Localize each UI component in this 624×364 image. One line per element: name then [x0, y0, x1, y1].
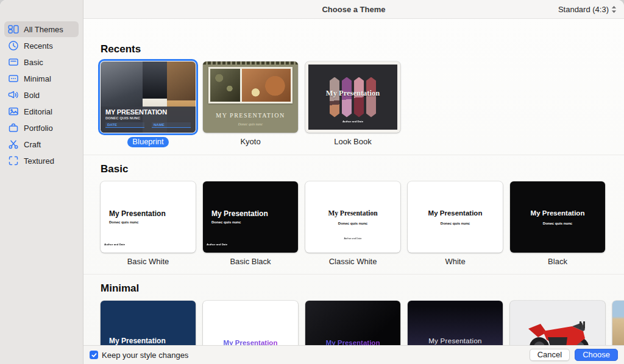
theme-thumbnail-basic-white[interactable]: My Presentation Donec quis nunc Author a… [101, 181, 196, 253]
sidebar-item-textured[interactable]: Textured [4, 153, 79, 169]
theme-thumbnail-motorcycle[interactable] [510, 301, 605, 345]
theme-thumbnail-classic-white[interactable]: My Presentation Donec quis nunc Author a… [305, 181, 400, 253]
theme-thumbnail-minimal-gradient-dark[interactable]: My Presentation Donec quis nunc [305, 301, 400, 345]
slide-subtitle: Donec quis nunc [211, 220, 241, 224]
sidebar-item-minimal[interactable]: Minimal [4, 71, 79, 86]
sidebar-item-basic[interactable]: Basic [4, 54, 79, 70]
motorcycle-image [516, 309, 599, 345]
slide-title: My Presentation [305, 339, 400, 345]
theme-name: Look Book [334, 137, 371, 147]
sidebar-item-craft[interactable]: Craft [4, 136, 79, 152]
basic-slide-icon [8, 57, 19, 68]
sidebar-item-label: Bold [24, 91, 40, 100]
slide-author: Author and Date [104, 243, 125, 247]
slide-author: Author and Date [328, 120, 377, 123]
theme-thumbnail-minimal-gradient-light[interactable]: My Presentation Donec quis nunc [203, 301, 298, 345]
theme-white: My Presentation Donec quis nunc White [408, 181, 503, 267]
slide-title: My Presentation [211, 209, 268, 218]
checkbox-checked[interactable] [90, 351, 98, 359]
sidebar-item-label: Textured [24, 156, 54, 166]
sidebar-item-bold[interactable]: Bold [4, 87, 79, 103]
slide-subtitle: Donec quis nunc [203, 122, 298, 126]
theme-kyoto: MY PRESENTATION Donec quis nunc Kyoto [203, 61, 298, 147]
theme-name-badge: Blueprint [127, 137, 168, 147]
sidebar-item-portfolio[interactable]: Portfolio [4, 120, 79, 136]
slide-name-field: NAME [152, 122, 191, 128]
theme-blueprint: MY PRESENTATION DONEC QUIS NUNC DATE NAM… [101, 61, 196, 147]
dialog-title: Choose a Theme [83, 0, 624, 19]
sidebar-item-label: Craft [24, 140, 41, 149]
theme-name: Basic Black [230, 257, 271, 267]
theme-thumbnail-black[interactable]: My Presentation Donec quis nunc [510, 181, 605, 253]
theme-category-sidebar: All Themes Recents Basic Minimal [0, 0, 83, 364]
sidebar-item-editorial[interactable]: Editorial [4, 103, 79, 119]
theme-name: Kyoto [240, 137, 260, 147]
theme-black: My Presentation Donec quis nunc Black [510, 181, 605, 267]
theme-thumbnail-minimal-purple[interactable]: My Presentation Donec quis nunc [408, 301, 503, 345]
minimal-row: My Presentation Donec quis nunc My Prese… [101, 301, 624, 345]
theme-name: Black [548, 257, 567, 267]
theme-minimal-photo [510, 301, 605, 345]
section-title-basic: Basic [101, 155, 624, 175]
slide-title: My Presentation [305, 209, 400, 217]
theme-thumbnail-blueprint[interactable]: MY PRESENTATION DONEC QUIS NUNC DATE NAM… [101, 61, 196, 133]
clock-icon [8, 40, 19, 51]
theme-classic-white: My Presentation Donec quis nunc Author a… [305, 181, 400, 267]
dialog-titlebar: Choose a Theme Standard (4:3) [83, 0, 624, 19]
sidebar-item-label: Basic [24, 58, 43, 67]
slide-date-field: DATE [105, 122, 144, 128]
theme-minimal-purple: My Presentation Donec quis nunc [408, 301, 503, 345]
sidebar-item-all-themes[interactable]: All Themes [4, 21, 79, 37]
theme-minimal-gradient-dark: My Presentation Donec quis nunc [305, 301, 400, 345]
section-title-recents: Recents [101, 19, 624, 55]
theme-minimal-navy: My Presentation Donec quis nunc [101, 301, 196, 345]
slide-author: Author and Date [329, 237, 377, 240]
basic-row: My Presentation Donec quis nunc Author a… [101, 181, 624, 267]
theme-name: Basic White [127, 257, 169, 267]
theme-thumbnail-white[interactable]: My Presentation Donec quis nunc [408, 181, 503, 253]
choose-button[interactable]: Choose [575, 349, 618, 361]
slide-subtitle: DONEC QUIS NUNC [105, 116, 191, 120]
theme-thumbnail-look-book[interactable]: My Presentation Author and Date [305, 61, 400, 133]
checkmark-icon [91, 352, 97, 358]
blueprint-text-panel: MY PRESENTATION DONEC QUIS NUNC DATE NAM… [101, 107, 196, 133]
theme-thumbnail-basic-black[interactable]: My Presentation Donec quis nunc Author a… [203, 181, 298, 253]
slide-title: MY PRESENTATION [203, 112, 298, 119]
aspect-ratio-value: Standard (4:3) [558, 5, 609, 14]
slide-title: MY PRESENTATION [105, 108, 191, 116]
kyoto-photo-strip [208, 67, 292, 103]
theme-thumbnail-minimal-navy[interactable]: My Presentation Donec quis nunc [101, 301, 196, 345]
aspect-ratio-selector[interactable]: Standard (4:3) [558, 0, 617, 19]
all-themes-icon [8, 24, 19, 35]
theme-thumbnail-kyoto[interactable]: MY PRESENTATION Donec quis nunc [203, 61, 298, 133]
frame-icon [8, 155, 19, 166]
slide-title: My Presentation [408, 337, 503, 345]
sidebar-item-label: Portfolio [24, 124, 53, 133]
minimal-slide-icon [8, 73, 19, 84]
cancel-button[interactable]: Cancel [530, 349, 570, 361]
theme-basic-white: My Presentation Donec quis nunc Author a… [101, 181, 196, 267]
slide-author: Author and Date [207, 243, 227, 247]
slide-title: My Presentation [203, 339, 298, 345]
keep-style-checkbox-row[interactable]: Keep your style changes [90, 351, 188, 360]
recents-row: MY PRESENTATION DONEC QUIS NUNC DATE NAM… [101, 61, 624, 147]
theme-minimal-gradient-light: My Presentation Donec quis nunc [203, 301, 298, 345]
checkbox-label: Keep your style changes [102, 351, 188, 360]
theme-name: White [445, 257, 465, 267]
section-title-minimal: Minimal [101, 275, 624, 295]
dialog-footer: Keep your style changes Cancel Choose [83, 345, 624, 364]
scissors-icon [8, 139, 19, 150]
slide-title: My Presentation [408, 209, 503, 217]
sidebar-item-label: Minimal [24, 74, 51, 83]
slide-title: My Presentation [109, 337, 166, 345]
slide-subtitle: Donec quis nunc [109, 220, 138, 224]
stepper-icon [611, 5, 617, 13]
sidebar-item-recents[interactable]: Recents [4, 38, 79, 54]
theme-basic-black: My Presentation Donec quis nunc Author a… [203, 181, 298, 267]
slide-subtitle: Donec quis nunc [305, 222, 400, 225]
theme-look-book: My Presentation Author and Date Look Boo… [305, 61, 400, 147]
slide-subtitle: Donec quis nunc [510, 222, 605, 225]
theme-thumbnail-partial[interactable] [612, 301, 624, 345]
slide-title: My Presentation [510, 209, 605, 217]
theme-name: Classic White [329, 257, 377, 267]
